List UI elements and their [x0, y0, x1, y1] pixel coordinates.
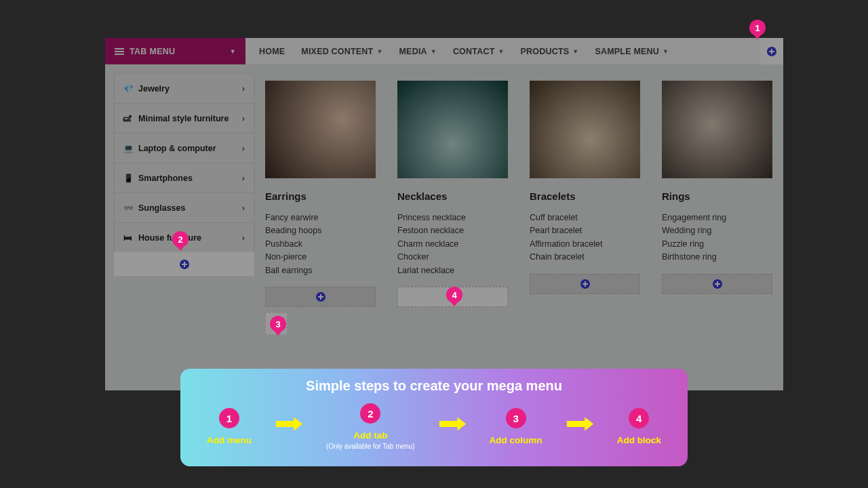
step-label: Add column [490, 435, 542, 445]
link-list: Cuff bracelet Pearl bracelet Affirmation… [530, 211, 640, 264]
column-title: Rings [662, 190, 772, 202]
add-block-button[interactable] [530, 274, 640, 294]
column-title: Bracelets [530, 190, 640, 202]
guide-step-1: 1 Add menu [207, 408, 252, 445]
nav-items: HOME MIXED CONTENT▼ MEDIA▼ CONTACT▼ PROD… [245, 38, 682, 64]
menu-link[interactable]: Fancy earwire [265, 211, 376, 224]
sidebar-item-jewelry[interactable]: 💎Jewelry› [114, 73, 254, 103]
nav-item-media[interactable]: MEDIA▼ [399, 47, 437, 56]
product-image [265, 81, 376, 178]
menu-link[interactable]: Ball earrings [265, 264, 376, 277]
menu-link[interactable]: Charm necklace [397, 238, 508, 251]
step-number: 4 [629, 408, 649, 428]
top-nav: TAB MENU ▼ HOME MIXED CONTENT▼ MEDIA▼ CO… [105, 38, 783, 64]
add-tab-button[interactable] [114, 252, 254, 276]
chevron-right-icon: › [242, 173, 245, 183]
step-number: 1 [219, 408, 239, 428]
callout-pin-4: 4 [446, 287, 462, 306]
guide-title: Simple steps to create your mega menu [180, 378, 688, 394]
sidebar-item-furniture[interactable]: 🛋Minimal style furniture› [114, 103, 254, 133]
plus-circle-icon [180, 260, 189, 269]
plus-circle-icon [767, 47, 776, 56]
plus-circle-icon [316, 292, 326, 302]
chevron-right-icon: › [242, 83, 245, 94]
step-label: Add menu [207, 435, 252, 445]
menu-link[interactable]: Puzzle ring [662, 238, 772, 251]
step-number: 3 [506, 408, 526, 428]
tab-menu-button[interactable]: TAB MENU ▼ [105, 38, 245, 64]
menu-link[interactable]: Pearl bracelet [530, 224, 640, 237]
mega-menu-body: 💎Jewelry› 🛋Minimal style furniture› 💻Lap… [105, 64, 783, 351]
hamburger-icon [115, 47, 124, 56]
menu-link[interactable]: Cuff bracelet [530, 211, 640, 224]
laptop-icon: 💻 [123, 144, 133, 153]
guide-step-4: 4 Add block [617, 408, 661, 445]
menu-link[interactable]: Beading hoops [265, 224, 376, 237]
chevron-right-icon: › [242, 143, 245, 153]
column-rings: Rings Engagement ring Wedding ring Puzzl… [662, 81, 772, 335]
chevron-right-icon: › [242, 113, 245, 123]
sofa-icon: 🛋 [123, 114, 133, 123]
chevron-down-icon: ▼ [230, 48, 236, 55]
sidebar: 💎Jewelry› 🛋Minimal style furniture› 💻Lap… [114, 73, 254, 351]
menu-link[interactable]: Chocker [397, 251, 508, 264]
column-bracelets: Bracelets Cuff bracelet Pearl bracelet A… [530, 81, 640, 335]
chevron-down-icon: ▼ [498, 48, 504, 55]
chevron-down-icon: ▼ [376, 48, 382, 55]
menu-link[interactable]: Chain bracelet [530, 251, 640, 264]
bed-icon: 🛏 [123, 233, 133, 243]
column-title: Earrings [265, 190, 376, 202]
menu-link[interactable]: Engagement ring [662, 211, 772, 224]
plus-circle-icon [713, 279, 722, 289]
column-earrings: Earrings Fancy earwire Beading hoops Pus… [265, 81, 376, 335]
column-title: Necklaces [397, 190, 508, 202]
glasses-icon: 👓 [123, 203, 133, 213]
chevron-down-icon: ▼ [431, 48, 437, 55]
sidebar-item-laptop[interactable]: 💻Laptop & computer› [114, 133, 254, 163]
guide-panel: Simple steps to create your mega menu 1 … [180, 369, 688, 466]
nav-item-mixed-content[interactable]: MIXED CONTENT▼ [301, 47, 382, 56]
sidebar-item-sunglasses[interactable]: 👓Sunglasses› [114, 192, 254, 222]
content-grid: Earrings Fancy earwire Beading hoops Pus… [254, 64, 783, 351]
callout-pin-1: 1 [749, 20, 766, 39]
menu-link[interactable]: Wedding ring [662, 224, 772, 237]
guide-step-3: 3 Add column [490, 408, 542, 445]
nav-item-contact[interactable]: CONTACT▼ [453, 47, 505, 56]
phone-icon: 📱 [123, 174, 133, 183]
sidebar-item-smartphones[interactable]: 📱Smartphones› [114, 163, 254, 192]
guide-step-2: 2 Add tab (Only available for Tab menu) [326, 403, 414, 450]
step-label: Add tab [326, 430, 414, 441]
step-extra: (Only available for Tab menu) [326, 443, 414, 450]
product-image [397, 81, 508, 178]
add-menu-button[interactable] [760, 38, 783, 64]
menu-link[interactable]: Lariat necklace [397, 264, 508, 277]
menu-link[interactable]: Princess necklace [397, 211, 508, 224]
add-block-button[interactable] [265, 287, 376, 307]
chevron-right-icon: › [242, 232, 245, 243]
link-list: Princess necklace Festoon necklace Charm… [397, 211, 508, 277]
step-number: 2 [360, 403, 380, 424]
menu-link[interactable]: Birthstone ring [662, 251, 772, 264]
app-window: TAB MENU ▼ HOME MIXED CONTENT▼ MEDIA▼ CO… [105, 38, 783, 390]
chevron-down-icon: ▼ [572, 48, 578, 55]
chevron-down-icon: ▼ [663, 48, 669, 55]
callout-pin-3: 3 [270, 316, 286, 335]
link-list: Fancy earwire Beading hoops Pushback Non… [265, 211, 376, 277]
nav-item-products[interactable]: PRODUCTS▼ [521, 47, 579, 56]
chevron-right-icon: › [242, 203, 245, 213]
plus-circle-icon [580, 279, 590, 289]
add-block-button[interactable] [662, 274, 772, 294]
step-label: Add block [617, 435, 661, 445]
product-image [530, 81, 640, 178]
callout-pin-2: 2 [172, 231, 189, 250]
tab-menu-label: TAB MENU [130, 47, 175, 56]
menu-link[interactable]: Festoon necklace [397, 224, 508, 237]
menu-link[interactable]: Affirmation bracelet [530, 238, 640, 251]
menu-link[interactable]: Non-pierce [265, 251, 376, 264]
diamond-icon: 💎 [123, 84, 133, 94]
menu-link[interactable]: Pushback [265, 238, 376, 251]
nav-item-home[interactable]: HOME [259, 47, 285, 56]
nav-item-sample-menu[interactable]: SAMPLE MENU▼ [595, 47, 669, 56]
product-image [662, 81, 772, 178]
guide-steps: 1 Add menu ➡ 2 Add tab (Only available f… [180, 403, 688, 450]
